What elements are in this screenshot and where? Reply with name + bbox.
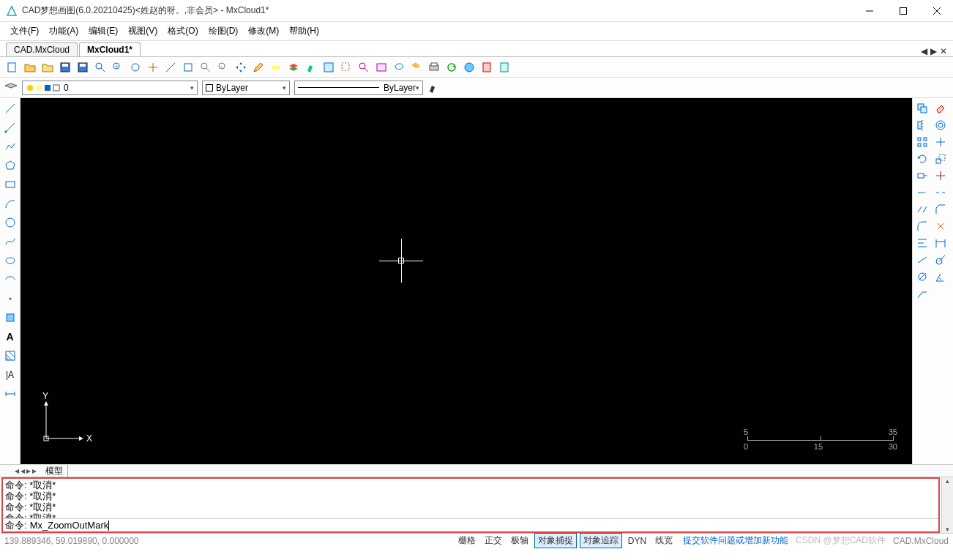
rectangle-icon[interactable] xyxy=(3,177,18,192)
ellipse-icon[interactable] xyxy=(3,253,18,268)
explode-icon[interactable] xyxy=(933,219,949,234)
align-icon[interactable] xyxy=(914,236,930,250)
menu-function[interactable]: 功能(A) xyxy=(45,23,83,39)
zoom-in-icon[interactable]: + xyxy=(110,59,126,75)
move-tool-icon[interactable] xyxy=(933,135,949,149)
ellipse-arc-icon[interactable] xyxy=(3,272,18,287)
line-icon[interactable] xyxy=(3,101,18,116)
dim-aligned-icon[interactable] xyxy=(914,253,930,267)
spline-icon[interactable] xyxy=(3,234,18,249)
zoom-window-icon[interactable] xyxy=(92,59,108,75)
offset-icon[interactable] xyxy=(933,118,949,132)
find-icon[interactable] xyxy=(356,59,372,75)
pdf-icon[interactable] xyxy=(479,59,495,75)
zoom-extents-icon[interactable] xyxy=(127,59,143,75)
feedback-link[interactable]: 提交软件问题或增加新功能 xyxy=(683,534,788,547)
select-icon[interactable] xyxy=(338,59,354,75)
ortho-toggle[interactable]: 正交 xyxy=(482,534,505,548)
refresh-icon[interactable] xyxy=(444,59,460,75)
polygon-icon[interactable] xyxy=(3,158,18,173)
stretch-icon[interactable] xyxy=(914,168,930,183)
dimension-icon[interactable] xyxy=(3,387,18,401)
folder-icon[interactable] xyxy=(40,59,56,75)
open-icon[interactable] xyxy=(22,59,38,75)
brush-icon[interactable] xyxy=(427,82,439,94)
mirror-icon[interactable] xyxy=(914,118,930,132)
menu-view[interactable]: 视图(V) xyxy=(124,23,162,39)
minimize-button[interactable] xyxy=(859,4,880,18)
save-icon[interactable] xyxy=(57,59,73,75)
extend-icon[interactable] xyxy=(914,185,930,200)
doc-tab-active[interactable]: MxCloud1* xyxy=(79,42,141,56)
block-icon[interactable] xyxy=(3,310,18,325)
doc-tab[interactable]: CAD.MxCloud xyxy=(6,42,78,56)
marker-icon[interactable] xyxy=(303,59,319,75)
lineweight-toggle[interactable]: 线宽 xyxy=(652,534,676,548)
new-icon[interactable] xyxy=(4,59,20,75)
drawing-canvas[interactable]: X Y 535 01530 xyxy=(20,98,912,464)
erase-icon[interactable] xyxy=(933,101,949,116)
mtext-icon[interactable]: |A xyxy=(3,367,18,382)
menu-file[interactable]: 文件(F) xyxy=(6,23,43,39)
polyline-icon[interactable] xyxy=(3,139,18,154)
scale-icon[interactable] xyxy=(933,152,949,166)
text-icon[interactable]: A xyxy=(3,329,18,344)
region-icon[interactable] xyxy=(321,59,337,75)
rotate-icon[interactable] xyxy=(914,152,930,166)
circle-icon[interactable] xyxy=(3,215,18,230)
command-input-line[interactable]: 命令: Mx_ZoomOutMark xyxy=(3,518,938,531)
layer-selector[interactable]: 0 ▾ xyxy=(22,81,198,95)
menu-help[interactable]: 帮助(H) xyxy=(285,23,324,39)
highlight-icon[interactable] xyxy=(268,59,284,75)
break-icon[interactable] xyxy=(933,185,949,200)
grid-toggle[interactable]: 栅格 xyxy=(455,534,479,548)
copy-icon[interactable] xyxy=(914,101,930,116)
menu-draw[interactable]: 绘图(D) xyxy=(204,23,243,39)
menu-modify[interactable]: 修改(M) xyxy=(244,23,283,39)
measure-icon[interactable] xyxy=(162,59,179,75)
saveas-icon[interactable] xyxy=(75,59,91,75)
export-icon[interactable] xyxy=(496,59,512,75)
zoom-out-icon[interactable]: - xyxy=(215,59,231,75)
area-icon[interactable] xyxy=(180,59,196,75)
join-icon[interactable] xyxy=(914,202,930,217)
model-tab[interactable]: 模型 xyxy=(41,465,68,477)
move-icon[interactable] xyxy=(233,59,249,75)
fillet-icon[interactable] xyxy=(914,219,930,234)
dim-diameter-icon[interactable] xyxy=(914,269,930,284)
hatch-icon[interactable] xyxy=(3,348,18,363)
globe-icon[interactable] xyxy=(461,59,477,75)
osnap-toggle[interactable]: 对象捕捉 xyxy=(534,533,577,548)
zoom-realtime-icon[interactable] xyxy=(198,59,214,75)
command-input[interactable]: Mx_ZoomOutMark xyxy=(30,520,109,531)
dim-linear-icon[interactable] xyxy=(933,236,949,250)
maximize-button[interactable] xyxy=(893,4,913,18)
image-icon[interactable] xyxy=(373,59,389,75)
dim-angular-icon[interactable] xyxy=(933,269,949,284)
array-icon[interactable] xyxy=(914,135,930,149)
command-scrollbar[interactable]: ▴▾ xyxy=(941,477,953,533)
dim-radius-icon[interactable] xyxy=(933,253,949,267)
ray-icon[interactable] xyxy=(3,120,18,135)
undo-icon[interactable] xyxy=(408,59,425,75)
arc-icon[interactable] xyxy=(3,196,18,211)
layers-icon[interactable] xyxy=(285,59,302,75)
linetype-selector[interactable]: ByLayer ▾ xyxy=(294,81,423,95)
trim-icon[interactable] xyxy=(933,168,949,183)
layout-nav-icons[interactable]: ◂◂▸▸ xyxy=(15,466,38,476)
layer-manager-icon[interactable] xyxy=(4,82,18,94)
tab-next-icon[interactable]: ▶ xyxy=(930,46,937,56)
color-selector[interactable]: ByLayer ▾ xyxy=(202,81,290,95)
dyn-toggle[interactable]: DYN xyxy=(625,535,649,547)
pencil-icon[interactable] xyxy=(250,59,266,75)
menu-format[interactable]: 格式(O) xyxy=(163,23,202,39)
print-icon[interactable] xyxy=(426,59,442,75)
polar-toggle[interactable]: 极轴 xyxy=(508,534,531,548)
point-icon[interactable] xyxy=(3,291,18,306)
leader-icon[interactable] xyxy=(914,286,930,301)
chamfer-icon[interactable] xyxy=(933,202,949,217)
menu-edit[interactable]: 编辑(E) xyxy=(84,23,122,39)
pan-icon[interactable] xyxy=(145,59,161,75)
tab-close-icon[interactable]: ✕ xyxy=(940,46,947,56)
tab-prev-icon[interactable]: ◀ xyxy=(921,46,927,56)
